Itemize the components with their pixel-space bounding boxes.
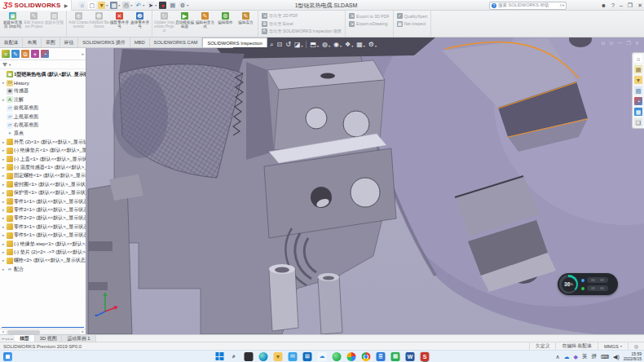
tree-filter-bar[interactable]: ▾ — [0, 60, 86, 69]
close-button[interactable]: ✕ — [637, 2, 642, 9]
hide-show-items-button[interactable]: ◉▾ — [333, 41, 342, 48]
tab-assembly[interactable]: 装配体 — [0, 38, 23, 47]
export-edrawing-button[interactable]: ⇲Export eDrawing — [347, 20, 389, 29]
tab-scroll-buttons[interactable]: ⏮◂▸⏭ — [0, 335, 15, 342]
manager-tab-configuration-manager[interactable]: ⧉ — [21, 50, 29, 58]
tree-item[interactable]: ▸A注解 — [0, 95, 86, 104]
taskpane-view-palette[interactable]: ▧ — [634, 86, 642, 95]
tree-item[interactable]: ▸固定螺栓<1> (默认<<默认>_显示状 — [0, 172, 86, 180]
taskbar-word-icon[interactable]: W — [406, 352, 415, 361]
select-arrow-button[interactable]: ➤▾ — [147, 2, 157, 9]
tree-item[interactable]: ▸零件3<1> (默认<<默认>_显示状态 — [0, 223, 86, 231]
restore-doc-icon[interactable]: ⊡ — [610, 40, 614, 46]
help-icon[interactable]: ? — [611, 2, 615, 8]
dropdown-caret-icon[interactable]: ▾ — [187, 3, 188, 7]
taskbar-clock[interactable]: 15:592022/8/15 — [624, 352, 642, 361]
user-account-icon[interactable]: ☻ — [601, 2, 607, 8]
tray-onedrive-icon[interactable]: ☁ — [564, 354, 570, 360]
edit-operation-button[interactable]: ⚙编辑操作 — [215, 11, 236, 25]
search-dropdown-icon[interactable]: ▾ — [562, 3, 564, 7]
file-properties-button[interactable]: ▤ — [169, 2, 176, 9]
taskbar-file-explorer-icon[interactable]: ▼ — [274, 352, 283, 361]
undo-button[interactable]: ↶▾ — [135, 2, 144, 9]
add-characteristic-button[interactable]: ⊕Add Characteristic — [68, 11, 89, 29]
tree-item[interactable]: ▸零件1<1> (默认<<默认>_显示状态 1 — [0, 197, 86, 205]
dropdown-caret-icon[interactable]: ▾ — [351, 44, 353, 48]
tree-item[interactable]: ▸密封圈<1> (默认<<默认>_显示状态 — [0, 180, 86, 188]
menu-flyout-arrow-icon[interactable]: ▶ — [64, 2, 68, 8]
view-settings-button[interactable]: ⚙▾ — [368, 41, 377, 48]
minimize-doc-icon[interactable]: — — [618, 40, 623, 46]
graphics-area[interactable]: ⌕⊡↺◪▾⬒▾◍▾◉▾❖▾▦▾⚙▾ ⊟ ⊡ — ❐ ✕ ⌂▤▼▧◔▦❏ 36% — [86, 38, 644, 334]
edit-appearance-button[interactable]: ❖▾ — [345, 41, 353, 48]
remove-balloons-button[interactable]: ✕移除零件序号 — [109, 11, 130, 29]
taskbar-green-messenger-icon[interactable] — [333, 352, 342, 361]
dropdown-caret-icon[interactable]: ▾ — [118, 3, 120, 7]
new-document-button[interactable]: ▢ — [88, 2, 95, 9]
export-excel-button[interactable]: ⊞导出至 Excel — [260, 20, 295, 29]
taskbar-microsoft-store-icon[interactable]: ⊞ — [303, 352, 312, 361]
select-balloons-button[interactable]: ❷选择零件序号 — [130, 11, 150, 29]
tree-scrollbar[interactable]: ◂ ▸ — [0, 329, 86, 334]
taskbar-mail-icon[interactable]: ✉ — [289, 352, 298, 361]
dropdown-caret-icon[interactable]: ▾ — [143, 3, 144, 7]
tray-shield-icon[interactable]: ◆ — [574, 354, 578, 360]
taskbar-chrome-icon[interactable] — [362, 352, 371, 361]
ime-indicator-1[interactable]: 英 — [582, 353, 588, 360]
tree-item[interactable]: ▱上视基准面 — [0, 113, 86, 121]
dropdown-caret-icon[interactable]: ▾ — [375, 44, 377, 48]
tree-item[interactable]: ▸零件2<1> (默认<<默认>_显示状态 — [0, 205, 86, 214]
home-button[interactable]: ⌂ — [78, 2, 86, 9]
edit-inspection-method-button[interactable]: ✎编辑检查方式 — [195, 11, 215, 29]
taskpane-solidworks-resources[interactable]: ⌂ — [634, 55, 642, 63]
widgets-icon[interactable] — [3, 352, 12, 361]
tree-item[interactable]: ▸(-) 上盖<1> (默认<<默认>_显示状态 — [0, 155, 86, 163]
dropdown-caret-icon[interactable]: ▾ — [329, 44, 330, 48]
new-inspection-project-button[interactable]: ▣新建检查项目 (imp:N) — [2, 11, 24, 29]
tab-sketch[interactable]: 草图 — [42, 38, 60, 47]
taskpane-file-explorer[interactable]: ▼ — [634, 76, 642, 84]
manager-tab-property-manager[interactable]: ✎ — [11, 50, 20, 58]
new-inspection-report-button[interactable]: ▤新建检查报 — [44, 11, 64, 25]
status-units[interactable]: MMGS▾ — [598, 342, 628, 350]
dropdown-caret-icon[interactable]: ▾ — [340, 44, 342, 48]
doc-tab-3d-views[interactable]: 3D 视图 — [35, 335, 63, 342]
zoom-fit-button[interactable]: ⌕ — [270, 41, 273, 48]
maximize-doc-icon[interactable]: ❐ — [627, 40, 631, 46]
zoom-area-button[interactable]: ⊡ — [276, 41, 282, 48]
rebuild-button[interactable]: ● — [159, 2, 166, 9]
tree-item[interactable]: ▱前视基准面 — [0, 104, 86, 113]
view-orientation-button[interactable]: ⬒▾ — [310, 41, 319, 48]
minimize-button[interactable]: – — [620, 2, 623, 8]
taskbar-edge-icon[interactable] — [259, 352, 268, 361]
qualityxpert-button[interactable]: ✓QualityXpert — [395, 12, 430, 20]
tree-item[interactable]: ▸保护管<1> (默认<<默认>_显示状态 — [0, 188, 86, 196]
taskpane-forum[interactable]: ❏ — [634, 118, 642, 126]
export-2d-pdf-button[interactable]: ⇲导出至 2D PDF — [260, 12, 299, 20]
export-3d-pdf-button[interactable]: ⇲Export to 3D PDF — [347, 12, 391, 20]
units-dropdown-icon[interactable]: ▾ — [620, 344, 622, 348]
dropdown-caret-icon[interactable]: ▾ — [301, 44, 302, 48]
tree-item[interactable]: ▸零件2<2> (默认<<默认>_显示状态 — [0, 214, 86, 223]
tree-item[interactable]: ▸零件5<1> (默认<<默认>_显示状态 — [0, 231, 86, 239]
tree-item[interactable]: ⌖原点 — [0, 130, 86, 138]
scroll-thumb[interactable] — [7, 330, 40, 334]
tree-item[interactable]: ▱右视基准面 — [0, 121, 86, 129]
tree-item[interactable]: ◉传感器 — [0, 87, 86, 95]
tray-volume-icon[interactable]: ◀) — [613, 354, 620, 360]
options-button[interactable]: ⚙▾ — [179, 2, 188, 9]
taskbar-blue-doc-app-icon[interactable]: ≣ — [377, 352, 386, 361]
tab-layout[interactable]: 布局 — [23, 38, 42, 47]
apply-scene-button[interactable]: ▦▾ — [356, 41, 365, 48]
tray-chevron-up-icon[interactable]: ∧ — [555, 354, 559, 360]
taskpane-design-library[interactable]: ▤ — [634, 65, 642, 73]
taskbar-cloud-app-icon[interactable]: ☁ — [318, 352, 327, 361]
taskbar-search-icon[interactable]: ⌕ — [230, 352, 239, 361]
open-button[interactable]: ▼▾ — [98, 2, 108, 9]
tree-item[interactable]: ▸(-) 垫片 (2)<2> ->? (默认<<默认> — [0, 248, 86, 256]
manager-tab-feature-tree[interactable]: ≡ — [2, 50, 10, 58]
screen-recorder-overlay[interactable]: 36% — [558, 273, 618, 295]
taskpane-appearances-scenes[interactable]: ◔ — [634, 97, 642, 105]
tab-sw-cam[interactable]: SOLIDWORKS CAM — [150, 38, 203, 47]
tree-item[interactable]: ▸∞配合 — [0, 265, 86, 273]
